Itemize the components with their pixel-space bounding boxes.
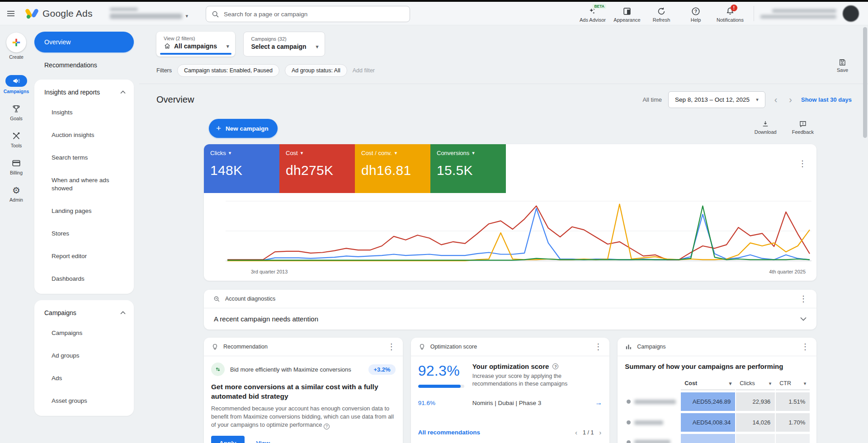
- campaigns-summary-card: Campaigns ⋮ Summary of how your campaign…: [618, 338, 816, 443]
- campaign-name-cell[interactable]: [625, 434, 680, 443]
- download-button[interactable]: Download: [755, 120, 777, 135]
- campaign-selector-value: Select a campaign: [251, 43, 306, 50]
- sidebar-item-landing-pages[interactable]: Landing pages: [34, 200, 134, 222]
- sidebar-item-ads[interactable]: Ads: [34, 367, 134, 390]
- show-last-30-days-link[interactable]: Show last 30 days: [801, 96, 852, 103]
- create-plus-icon: [11, 38, 21, 47]
- scorecard-metric-value: dh275K: [286, 163, 349, 178]
- new-campaign-button[interactable]: + New campaign: [209, 119, 278, 138]
- sidebar-item-insights[interactable]: Insights: [34, 101, 134, 124]
- scorecard-cost-per-conv[interactable]: Cost / conv.▾ dh16.81: [355, 144, 430, 193]
- sidebar-item-ad-groups[interactable]: Ad groups: [34, 344, 134, 367]
- optimization-progress-fill: [418, 385, 461, 388]
- optimization-card-title: Optimization score: [430, 344, 477, 350]
- notifications-button[interactable]: ! Notifications: [713, 5, 747, 23]
- sidebar-section-toggle-campaigns[interactable]: Campaigns: [34, 302, 134, 322]
- sidebar-item-report-editor[interactable]: Report editor: [34, 245, 134, 268]
- gear-icon: ⚙: [12, 185, 20, 195]
- account-switcher[interactable]: ▾: [110, 8, 189, 19]
- sidebar-item-overview[interactable]: Overview: [34, 32, 134, 52]
- avatar[interactable]: [843, 5, 859, 22]
- sidebar-item-when-and-where-ads-showed[interactable]: When and where ads showed: [34, 169, 134, 200]
- global-search[interactable]: [206, 6, 410, 22]
- panel-menu-button[interactable]: ⋮: [798, 160, 807, 168]
- campaign-name-cell[interactable]: [625, 413, 680, 432]
- sidebar-item-stores[interactable]: Stores: [34, 222, 134, 245]
- rail-tools-label: Tools: [11, 143, 22, 148]
- recommendation-menu-button[interactable]: ⋮: [387, 343, 396, 351]
- view-button[interactable]: View: [256, 440, 270, 443]
- search-input[interactable]: [224, 11, 404, 18]
- refresh-label: Refresh: [653, 17, 670, 23]
- arrow-right-icon[interactable]: →: [595, 399, 602, 407]
- pager-previous-button[interactable]: ‹: [574, 429, 578, 436]
- feedback-button[interactable]: Feedback: [792, 120, 814, 135]
- help-circle-icon[interactable]: ?: [324, 424, 330, 429]
- account-name-redacted: [110, 14, 182, 19]
- chevron-down-icon: ▾: [769, 381, 772, 386]
- sidebar-item-campaigns[interactable]: Campaigns: [34, 322, 134, 344]
- sidebar-item-asset-groups[interactable]: Asset groups: [34, 390, 134, 412]
- appearance-button[interactable]: Appearance: [610, 5, 644, 23]
- chevron-down-icon: ▾: [395, 150, 397, 156]
- sidebar-item-search-terms[interactable]: Search terms: [34, 146, 134, 169]
- apply-button[interactable]: Apply: [211, 436, 245, 443]
- rail-item-admin[interactable]: ⚙ Admin: [9, 185, 23, 203]
- rail-item-billing[interactable]: Billing: [10, 158, 23, 175]
- diagnostics-alert-row[interactable]: A recent campaign needs attention: [204, 308, 816, 330]
- left-rail: Create Campaigns Goals Tools: [0, 25, 33, 443]
- sidebar-item-dashboards[interactable]: Dashboards: [34, 268, 134, 290]
- google-ads-logo[interactable]: Google Ads: [25, 8, 93, 19]
- scorecard-conversions[interactable]: Conversions▾ 15.5K: [430, 144, 506, 193]
- recommendation-item-label[interactable]: Bid more efficiently with Maximize conve…: [230, 366, 363, 373]
- pager-next-button[interactable]: ›: [598, 429, 602, 436]
- column-header-clicks[interactable]: Clicks▾: [736, 377, 775, 390]
- save-button[interactable]: Save: [837, 58, 848, 73]
- account-diagnostics-card: Account diagnostics ⋮ A recent campaign …: [204, 290, 816, 330]
- all-recommendations-link[interactable]: All recommendations: [418, 429, 480, 436]
- create-button[interactable]: [6, 33, 26, 52]
- hamburger-menu-button[interactable]: [0, 9, 22, 18]
- view-selector[interactable]: View (2 filters) All campaigns ▾: [156, 32, 235, 57]
- column-header-ctr[interactable]: CTR▾: [776, 377, 810, 390]
- rail-item-goals[interactable]: Goals: [10, 104, 22, 121]
- view-selector-label: View (2 filters): [164, 36, 229, 41]
- help-button[interactable]: ? Help: [679, 5, 713, 23]
- campaign-score-row[interactable]: 91.6% Nomiris | Dubai | Phase 3 →: [418, 399, 603, 407]
- filters-label: Filters: [156, 67, 172, 74]
- scorecard-clicks[interactable]: Clicks▾ 148K: [204, 144, 279, 193]
- filter-chip-campaign-status[interactable]: Campaign status: Enabled, Paused: [177, 64, 279, 77]
- rail-item-create[interactable]: Create: [6, 33, 26, 60]
- date-range-picker[interactable]: Sep 8, 2013 – Oct 12, 2025 ▾: [668, 91, 765, 108]
- chevron-down-icon: ▾: [472, 150, 475, 156]
- campaign-name-cell[interactable]: [625, 392, 680, 411]
- filter-chip-ad-group-status[interactable]: Ad group status: All: [285, 64, 347, 77]
- uplift-badge: +3.2%: [368, 364, 395, 375]
- ctr-cell: 1.51%: [776, 392, 810, 411]
- vertical-scrollbar[interactable]: [863, 27, 867, 138]
- optimization-menu-button[interactable]: ⋮: [594, 343, 602, 351]
- rail-item-campaigns[interactable]: Campaigns: [4, 75, 29, 94]
- notification-badge: !: [731, 5, 737, 11]
- ads-advisor-button[interactable]: BETA Ads Advisor: [576, 5, 610, 23]
- sidebar-section-toggle-insights[interactable]: Insights and reports: [34, 81, 134, 101]
- campaigns-menu-button[interactable]: ⋮: [801, 343, 809, 351]
- scorecard-cost[interactable]: Cost▾ dh275K: [279, 144, 355, 193]
- lightbulb-icon: [418, 343, 426, 351]
- previous-period-button[interactable]: ‹: [772, 94, 780, 105]
- help-circle-icon[interactable]: ?: [552, 363, 558, 369]
- diagnostics-menu-button[interactable]: ⋮: [799, 295, 807, 303]
- campaigns-table: Cost▾ Clicks▾ CTR▾ AED55,246.89 22,936 1…: [625, 377, 809, 443]
- refresh-icon: [656, 6, 666, 16]
- sidebar-item-auction-insights[interactable]: Auction insights: [34, 124, 134, 146]
- help-label: Help: [691, 17, 701, 23]
- cost-cell: AED54,008.34: [681, 413, 735, 432]
- chevron-down-icon: ▾: [229, 150, 231, 156]
- column-header-cost[interactable]: Cost▾: [681, 377, 735, 390]
- add-filter-button[interactable]: Add filter: [353, 67, 375, 74]
- sidebar-item-recommendations[interactable]: Recommendations: [34, 52, 134, 76]
- rail-item-tools[interactable]: Tools: [11, 131, 22, 148]
- next-period-button[interactable]: ›: [786, 94, 795, 105]
- refresh-button[interactable]: Refresh: [644, 5, 679, 23]
- campaign-selector[interactable]: Campaigns (32) Select a campaign ▾: [243, 32, 325, 57]
